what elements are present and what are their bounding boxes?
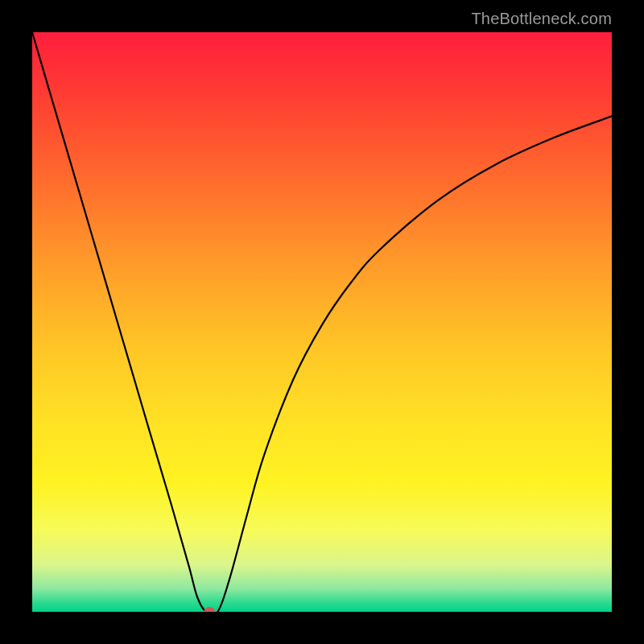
bottleneck-chart (32, 32, 612, 612)
watermark-text: TheBottleneck.com (471, 10, 612, 28)
gradient-background (32, 32, 612, 612)
chart-frame (32, 32, 612, 612)
